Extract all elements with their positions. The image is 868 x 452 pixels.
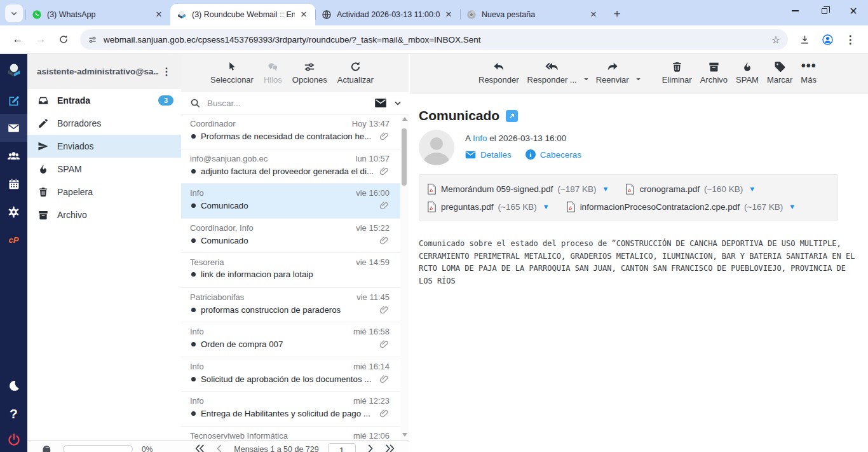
contacts-nav-button[interactable]: [0, 142, 27, 170]
message-row[interactable]: Infomié 12:23 Entrega de Habilitantes y …: [181, 392, 409, 427]
flame-icon: [742, 60, 753, 73]
pdf-file-icon: [625, 184, 635, 195]
message-row[interactable]: Patriciabonifasvie 11:45 proformas const…: [181, 288, 409, 323]
account-menu-icon[interactable]: ⋮: [159, 65, 175, 78]
attachment-menu-icon[interactable]: ▼: [789, 203, 796, 210]
moon-icon: [8, 380, 20, 392]
account-header[interactable]: asistente-administrativo@sa... ⋮: [27, 54, 181, 89]
tab-search-button[interactable]: [5, 4, 23, 22]
unread-badge: 3: [158, 95, 173, 106]
list-scrollbar[interactable]: [400, 114, 409, 452]
attachment-item[interactable]: Memorándum 059-signed.pdf (~187 KB) ▼: [427, 184, 609, 195]
headers-toggle[interactable]: i Cabeceras: [526, 149, 581, 160]
calendar-nav-button[interactable]: [0, 170, 27, 198]
tab-close-icon[interactable]: ✕: [588, 10, 599, 20]
search-input[interactable]: [207, 99, 374, 108]
spam-button[interactable]: SPAM: [736, 59, 759, 85]
folder-panel: asistente-administrativo@sa... ⋮ Entrada…: [27, 54, 181, 452]
attachment-menu-icon[interactable]: ▼: [749, 185, 756, 193]
folder-entrada[interactable]: Entrada 3: [27, 89, 181, 112]
forward-button[interactable]: Reenviar: [596, 59, 629, 85]
compose-button[interactable]: [0, 86, 27, 114]
archive-button[interactable]: Archivo: [700, 59, 728, 85]
select-button[interactable]: Seleccionar: [210, 59, 254, 85]
tab-whatsapp[interactable]: (3) WhatsApp ✕: [25, 4, 170, 25]
attachment-item[interactable]: preguntas.pdf (~165 KB) ▼: [427, 202, 550, 212]
reply-all-button[interactable]: Responder ...: [527, 59, 577, 85]
forward-menu-icon[interactable]: [635, 76, 642, 83]
bookmark-star-icon[interactable]: ☆: [771, 34, 780, 46]
logout-button[interactable]: [0, 428, 27, 452]
search-bar: [181, 92, 409, 114]
new-tab-button[interactable]: +: [609, 6, 625, 22]
more-button[interactable]: ••• Más: [801, 59, 817, 85]
folder-archivo[interactable]: Archivo: [27, 203, 181, 226]
mail-nav-button[interactable]: [0, 114, 27, 142]
folder-papelera[interactable]: Papelera: [27, 181, 181, 203]
last-page-icon[interactable]: [384, 443, 395, 452]
calendar-icon: [8, 177, 20, 190]
threads-button[interactable]: Hilos: [264, 59, 282, 85]
dark-mode-button[interactable]: [0, 372, 27, 400]
tab-close-icon[interactable]: ✕: [299, 10, 309, 20]
browser-menu-icon[interactable]: ⋮: [840, 29, 860, 50]
message-row[interactable]: info@sanjuan.gob.eclun 10:57 adjunto fac…: [181, 149, 409, 184]
attachment-item[interactable]: cronograma.pdf (~160 KB) ▼: [625, 184, 756, 195]
scroll-up-icon[interactable]: [402, 117, 407, 121]
restore-button[interactable]: [810, 0, 839, 22]
scroll-down-icon[interactable]: [402, 433, 407, 437]
folder-enviados[interactable]: Enviados: [27, 135, 181, 158]
downloads-icon[interactable]: [794, 29, 815, 50]
details-toggle[interactable]: Detalles: [465, 149, 512, 160]
help-button[interactable]: ?: [0, 400, 27, 428]
attachment-item[interactable]: informacionProcesoContratacion2.cpe.pdf …: [566, 202, 796, 212]
address-bar[interactable]: webmail.sanjuan.gob.ec/cpsess1453769393/…: [80, 29, 788, 50]
prev-page-icon[interactable]: [214, 443, 225, 452]
first-page-icon[interactable]: [194, 443, 205, 452]
folder-label: Borradores: [57, 118, 173, 128]
settings-nav-button[interactable]: [0, 198, 27, 226]
tab-actividad[interactable]: Actividad 2026-03-13 11:00:00 ✕: [315, 4, 460, 25]
refresh-icon: [349, 60, 362, 73]
delete-button[interactable]: Eliminar: [662, 59, 692, 85]
attachment-menu-icon[interactable]: ▼: [602, 185, 609, 193]
message-row[interactable]: Coordinador, Infovie 15:22 Comunicado: [181, 219, 409, 254]
pdf-file-icon: [427, 202, 437, 212]
recipient-link[interactable]: Info: [473, 134, 487, 143]
cursor-icon: [226, 60, 238, 73]
page-input[interactable]: [328, 443, 356, 452]
mark-button[interactable]: Marcar: [767, 59, 792, 85]
reply-all-menu-icon[interactable]: [583, 76, 590, 83]
attachment-menu-icon[interactable]: ▼: [543, 203, 550, 210]
minimize-button[interactable]: [780, 0, 810, 22]
message-row[interactable]: Infomié 16:14 Solicitud de aprobación de…: [181, 357, 409, 392]
message-subject: Comunicado: [419, 108, 499, 123]
reply-button[interactable]: Responder: [478, 59, 519, 85]
tab-nueva-pestana[interactable]: Nueva pestaña ✕: [460, 4, 605, 25]
message-row[interactable]: Tesoreriavie 14:59 link de informacion p…: [181, 253, 409, 288]
open-in-new-window-icon[interactable]: [506, 110, 518, 122]
next-page-icon[interactable]: [365, 443, 376, 452]
cpanel-link[interactable]: cP: [0, 226, 27, 254]
close-button[interactable]: ✕: [839, 0, 868, 22]
search-options-chevron-icon[interactable]: [393, 99, 402, 107]
tab-close-icon[interactable]: ✕: [444, 10, 454, 20]
message-list: CoordinadorHoy 13:47 Proformas de necesi…: [181, 114, 409, 452]
scrollbar-thumb[interactable]: [402, 128, 407, 186]
options-button[interactable]: Opciones: [292, 59, 327, 85]
tab-close-icon[interactable]: ✕: [154, 10, 164, 20]
tab-roundcube[interactable]: (3) Roundcube Webmail :: Envia ✕: [170, 4, 315, 25]
scope-mail-icon[interactable]: [374, 98, 387, 108]
back-icon[interactable]: ←: [8, 29, 28, 50]
folder-spam[interactable]: SPAM: [27, 158, 181, 181]
refresh-button[interactable]: Actualizar: [337, 59, 374, 85]
mail-icon: [7, 121, 20, 135]
reload-icon[interactable]: [53, 29, 74, 50]
message-row-selected[interactable]: Infovie 16:00 Comunicado: [181, 184, 409, 219]
site-settings-icon[interactable]: [88, 35, 97, 45]
folder-borradores[interactable]: Borradores: [27, 112, 181, 135]
message-row[interactable]: CoordinadorHoy 13:47 Proformas de necesi…: [181, 114, 409, 149]
message-row[interactable]: Infomié 16:58 Orden de compra 007: [181, 322, 409, 357]
profile-avatar-icon[interactable]: [817, 29, 837, 50]
forward-icon[interactable]: →: [31, 29, 51, 50]
